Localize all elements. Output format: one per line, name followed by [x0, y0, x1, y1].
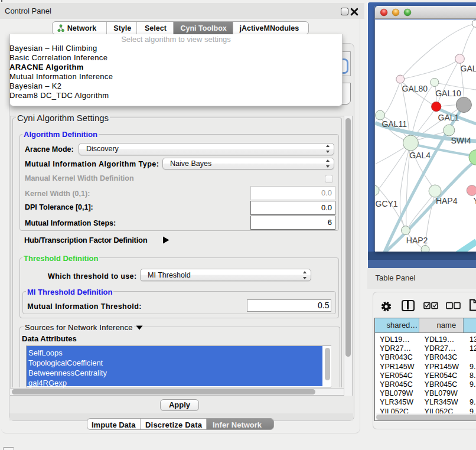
- svg-text:GAL11: GAL11: [382, 119, 407, 129]
- svg-text:GAL10: GAL10: [435, 88, 461, 97]
- svg-text:YE: YE: [473, 196, 476, 206]
- svg-text:HAP4: HAP4: [435, 196, 457, 206]
- svg-text:SWI4: SWI4: [451, 136, 471, 145]
- svg-text:GCY1: GCY1: [375, 198, 397, 208]
- svg-text:GAL80: GAL80: [402, 83, 428, 93]
- svg-text:HAP2: HAP2: [406, 235, 428, 244]
- svg-text:GAL7: GAL7: [460, 63, 476, 73]
- svg-text:GAL1: GAL1: [438, 113, 459, 122]
- svg-text:GAL4: GAL4: [409, 151, 431, 160]
